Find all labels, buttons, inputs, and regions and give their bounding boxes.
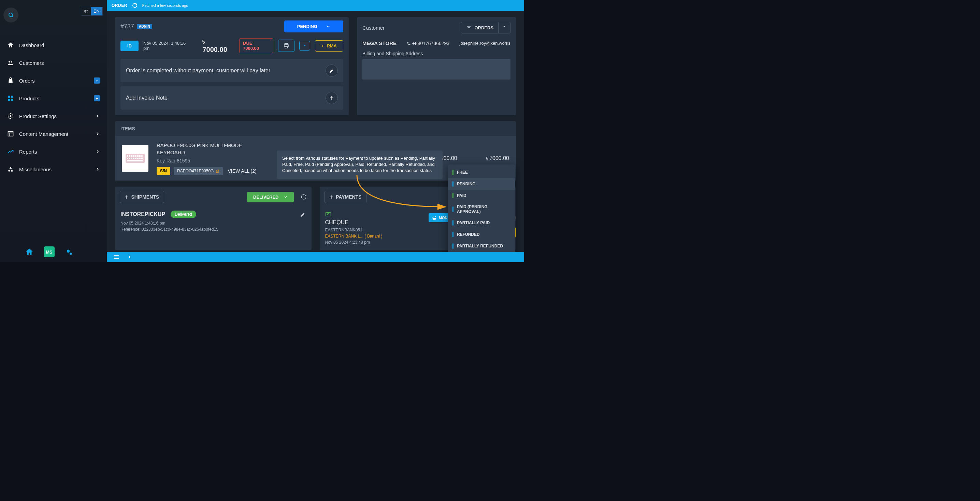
nav: Dashboard Customers Orders + Products + … [0, 36, 107, 178]
sidebar-item-reports[interactable]: Reports [0, 143, 107, 161]
phone-icon [407, 41, 411, 46]
chevron-down-icon [283, 195, 288, 199]
language-switch[interactable]: বাং EN [81, 7, 103, 16]
caret-down-icon [303, 44, 306, 48]
status-color-bar [452, 243, 453, 249]
order-card: #737 ADMIN PENDING ID Nov 05 2024, 1:48:… [115, 17, 349, 115]
gear-icon [7, 113, 14, 119]
refresh-icon[interactable] [132, 3, 137, 8]
edit-shipment-button[interactable] [300, 211, 306, 217]
item-title: RAPOO E9050G PINK MULTI-MODE KEYBOARD [157, 142, 266, 156]
payment-status-option[interactable]: PAID [448, 190, 515, 201]
back-button[interactable] [127, 254, 132, 259]
orders-filter-button[interactable]: ORDERS [461, 22, 498, 33]
sidebar-item-customers[interactable]: Customers [0, 54, 107, 72]
bottom-icon-bar: MS [24, 247, 75, 257]
sidebar-item-label: Dashboard [19, 42, 44, 48]
sidebar-item-label: Reports [19, 149, 37, 154]
order-total: ৳ 7000.00 [202, 38, 232, 54]
chart-icon [7, 148, 14, 155]
svg-rect-32 [139, 155, 141, 157]
payment-status-option[interactable]: REFUNDED [448, 229, 515, 240]
home-icon [7, 41, 14, 48]
serial-chip[interactable]: RAPOO471E9050G [174, 167, 223, 175]
payment-status-option[interactable]: PENDING [448, 178, 515, 190]
menu-toggle[interactable] [113, 254, 120, 261]
sidebar-item-label: Miscellaneous [19, 167, 51, 172]
svg-point-0 [9, 13, 13, 17]
sidebar-item-product-settings[interactable]: Product Settings [0, 107, 107, 125]
svg-point-3 [11, 61, 12, 62]
sidebar-item-content-management[interactable]: Content Management [0, 125, 107, 143]
orders-filter: ORDERS [461, 22, 511, 33]
sn-chip[interactable]: S/N [157, 167, 170, 175]
bottom-bar [107, 252, 524, 262]
view-all-serials[interactable]: VIEW ALL (2) [228, 168, 256, 174]
refresh-shipments[interactable] [301, 194, 307, 200]
sidebar-item-orders[interactable]: Orders + [0, 72, 107, 89]
edit-note-button[interactable] [326, 65, 338, 77]
add-invoice-note-button[interactable]: + [326, 92, 338, 104]
sidebar-item-miscellaneous[interactable]: Miscellaneous [0, 161, 107, 178]
orders-filter-dropdown[interactable] [498, 22, 510, 33]
sidebar-item-label: Orders [19, 78, 35, 84]
add-payment-button[interactable]: + PAYMENTS [325, 191, 367, 203]
svg-rect-36 [131, 157, 132, 159]
caret-down-icon [503, 25, 506, 28]
lang-en[interactable]: EN [91, 7, 102, 15]
svg-rect-37 [133, 157, 134, 159]
status-color-bar [452, 170, 453, 175]
search-button[interactable] [3, 8, 18, 22]
svg-marker-20 [304, 45, 305, 46]
svg-rect-9 [8, 131, 13, 136]
layout-icon [7, 130, 14, 137]
item-thumbnail [122, 145, 148, 172]
svg-rect-39 [137, 157, 138, 159]
print-icon [283, 43, 290, 49]
add-shipment-button[interactable]: + SHIPMENTS [120, 191, 164, 203]
svg-marker-24 [504, 26, 505, 27]
search-icon [8, 12, 14, 18]
svg-point-2 [8, 61, 10, 62]
id-chip[interactable]: ID [121, 41, 138, 51]
add-product-button[interactable]: + [94, 95, 100, 101]
rma-button[interactable]: + RMA [315, 40, 343, 51]
shipment-status-dropdown[interactable]: DELIVERED [247, 192, 293, 202]
status-option-label: PAID (PENDING APPROVAL) [457, 204, 511, 214]
svg-rect-41 [141, 157, 143, 159]
status-option-label: REFUNDED [457, 232, 480, 237]
chevron-down-icon [326, 25, 330, 29]
status-option-label: FREE [457, 170, 468, 175]
customer-email: josephine.roy@xen.works [460, 41, 511, 46]
sidebar-item-products[interactable]: Products + [0, 89, 107, 107]
svg-rect-29 [133, 155, 134, 157]
sidebar-item-dashboard[interactable]: Dashboard [0, 36, 107, 54]
svg-point-8 [10, 115, 11, 117]
status-option-label: PARTIALLY REFUNDED [457, 244, 503, 248]
store-badge[interactable]: MS [44, 247, 55, 257]
topbar: ORDER Fetched a few seconds ago [107, 0, 524, 11]
pencil-icon [300, 211, 306, 217]
svg-point-13 [8, 170, 10, 172]
settings-shortcut[interactable] [64, 247, 75, 257]
status-color-bar [452, 193, 453, 198]
add-order-button[interactable]: + [94, 78, 100, 84]
lang-bn[interactable]: বাং [81, 7, 91, 15]
payment-status-option[interactable]: PAID (PENDING APPROVAL) [448, 201, 515, 217]
print-dropdown[interactable] [299, 41, 310, 51]
svg-rect-27 [129, 155, 130, 157]
payment-status-option[interactable]: FREE [448, 167, 515, 178]
pencil-icon [329, 68, 334, 73]
item-line-total: ৳ 7000.00 [486, 155, 509, 161]
item-sku: Key-Rap-81595 [157, 158, 266, 164]
status-option-label: PENDING [457, 181, 476, 186]
svg-rect-30 [135, 155, 137, 157]
payment-status-option[interactable]: PARTIALLY PAID [448, 217, 515, 229]
svg-rect-40 [139, 157, 141, 159]
payment-status-option[interactable]: PARTIALLY REFUNDED [448, 240, 515, 252]
home-shortcut[interactable] [24, 247, 35, 257]
svg-point-15 [67, 250, 70, 253]
order-status-button[interactable]: PENDING [284, 21, 343, 32]
print-button[interactable] [278, 40, 294, 52]
sidebar-item-label: Customers [19, 60, 44, 66]
